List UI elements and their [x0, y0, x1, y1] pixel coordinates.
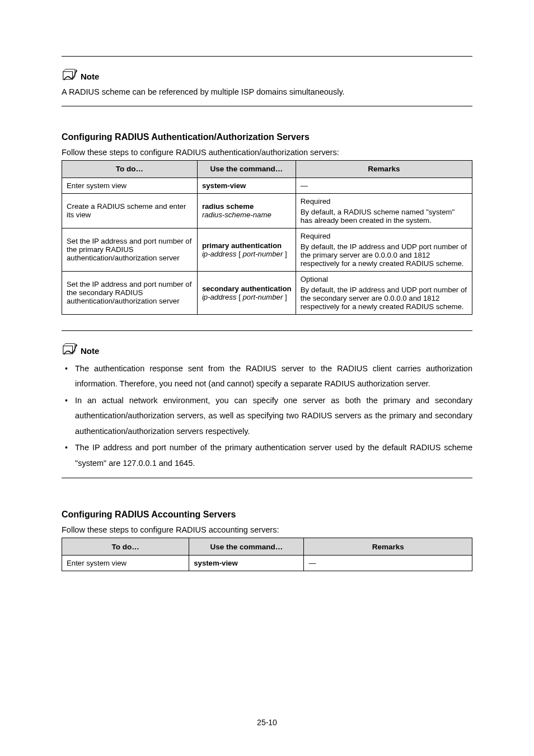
rem-line: Optional	[301, 275, 467, 283]
bracket-close: ]	[285, 250, 287, 258]
cmd-bold: radius scheme	[202, 202, 254, 211]
cmd-italic: ip-address	[202, 250, 237, 258]
cell-cmd: radius scheme radius-scheme-name	[197, 193, 296, 228]
rem-line: By default, the IP address and UDP port …	[301, 286, 467, 311]
table-row: Set the IP address and port number of th…	[62, 271, 472, 314]
list-item: In an actual network environment, you ca…	[75, 393, 472, 440]
rem-line: By default, a RADIUS scheme named "syste…	[301, 208, 467, 225]
cell-rem: —	[304, 556, 472, 571]
divider	[62, 478, 472, 478]
cell-cmd: secondary authentication ip-address [ po…	[197, 271, 296, 314]
rem-line: Required	[301, 197, 467, 206]
cmd-bold: secondary authentication	[202, 284, 292, 293]
th-rem: Remarks	[304, 538, 472, 556]
note-header: Note	[62, 343, 472, 356]
divider	[62, 56, 472, 57]
page-number: 25-10	[0, 718, 534, 727]
cmd-italic: ip-address	[202, 293, 237, 301]
cmd-bold: system-view	[202, 181, 246, 190]
cell-to: Set the IP address and port number of th…	[62, 228, 198, 271]
cmd-bold: primary authentication	[202, 241, 282, 250]
note-label: Note	[81, 72, 99, 81]
config-table-auth: To do… Use the command… Remarks Enter sy…	[62, 160, 472, 315]
divider	[62, 330, 472, 331]
note-text: A RADIUS scheme can be referenced by mul…	[62, 87, 472, 98]
th-to: To do…	[62, 538, 189, 556]
cmd-italic: port-number	[242, 293, 283, 301]
note-bullet-list: The authentication response sent from th…	[62, 361, 472, 472]
cmd-bold: system-view	[194, 559, 237, 567]
note-icon	[62, 69, 77, 81]
section-heading: Configuring RADIUS Authentication/Author…	[62, 132, 472, 142]
bracket-close: ]	[285, 293, 287, 301]
bracket-open: [	[238, 250, 241, 258]
th-to: To do…	[62, 160, 198, 178]
cell-to: Enter system view	[62, 556, 189, 571]
bracket-open: [	[238, 293, 241, 301]
section-intro: Follow these steps to configure RADIUS a…	[62, 525, 472, 534]
cell-rem: —	[296, 178, 472, 193]
cell-cmd: system-view	[189, 556, 304, 571]
table-header-row: To do… Use the command… Remarks	[62, 538, 472, 556]
cell-rem: Required By default, the IP address and …	[296, 228, 472, 271]
cell-rem: Required By default, a RADIUS scheme nam…	[296, 193, 472, 228]
cell-to: Set the IP address and port number of th…	[62, 271, 198, 314]
cell-to: Create a RADIUS scheme and enter its vie…	[62, 193, 198, 228]
cell-cmd: primary authentication ip-address [ port…	[197, 228, 296, 271]
th-rem: Remarks	[296, 160, 472, 178]
cell-rem: Optional By default, the IP address and …	[296, 271, 472, 314]
divider	[62, 106, 472, 106]
list-item: The IP address and port number of the pr…	[75, 440, 472, 471]
note-label: Note	[81, 346, 99, 356]
list-item: The authentication response sent from th…	[75, 361, 472, 392]
cmd-italic: radius-scheme-name	[202, 211, 271, 219]
table-row: Enter system view system-view —	[62, 556, 472, 571]
table-row: Enter system view system-view —	[62, 178, 472, 193]
section-intro: Follow these steps to configure RADIUS a…	[62, 148, 472, 157]
table-row: Set the IP address and port number of th…	[62, 228, 472, 271]
cell-to: Enter system view	[62, 178, 198, 193]
page: Note A RADIUS scheme can be referenced b…	[0, 0, 534, 756]
config-table-acct: To do… Use the command… Remarks Enter sy…	[62, 538, 472, 571]
rem-line: Required	[301, 232, 467, 240]
note-icon	[62, 343, 77, 356]
rem-line: By default, the IP address and UDP port …	[301, 242, 467, 268]
cell-cmd: system-view	[197, 178, 296, 193]
table-row: Create a RADIUS scheme and enter its vie…	[62, 193, 472, 228]
th-use: Use the command…	[189, 538, 304, 556]
section-heading: Configuring RADIUS Accounting Servers	[62, 510, 472, 520]
note-header: Note	[62, 69, 472, 81]
table-header-row: To do… Use the command… Remarks	[62, 160, 472, 178]
th-use: Use the command…	[197, 160, 296, 178]
cmd-italic: port-number	[242, 250, 283, 258]
